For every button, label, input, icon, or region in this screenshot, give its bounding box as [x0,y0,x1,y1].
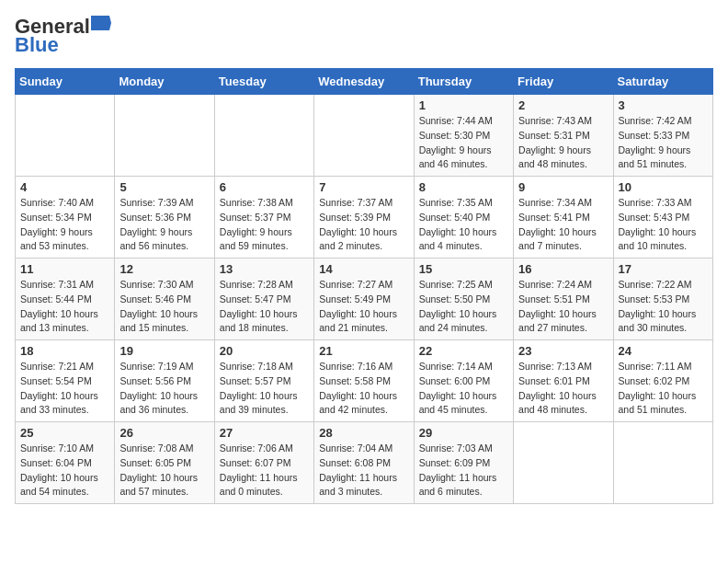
day-number: 5 [119,180,209,194]
day-info: Sunrise: 7:03 AM Sunset: 6:09 PM Dayligh… [419,442,508,500]
day-info: Sunrise: 7:44 AM Sunset: 5:30 PM Dayligh… [419,114,508,172]
day-number: 6 [220,180,309,194]
col-header-sunday: Sunday [16,69,115,95]
calendar-header-row: SundayMondayTuesdayWednesdayThursdayFrid… [16,69,713,95]
day-number: 15 [419,262,508,276]
day-info: Sunrise: 7:22 AM Sunset: 5:53 PM Dayligh… [619,278,708,336]
day-number: 29 [419,426,508,440]
col-header-saturday: Saturday [613,69,712,95]
day-info: Sunrise: 7:30 AM Sunset: 5:46 PM Dayligh… [119,278,209,336]
col-header-monday: Monday [115,69,214,95]
day-number: 23 [518,344,608,358]
svg-marker-0 [91,16,111,30]
day-info: Sunrise: 7:31 AM Sunset: 5:44 PM Dayligh… [20,278,109,336]
calendar-cell: 7Sunrise: 7:37 AM Sunset: 5:39 PM Daylig… [314,177,414,259]
calendar-cell: 15Sunrise: 7:25 AM Sunset: 5:50 PM Dayli… [414,259,513,340]
calendar-cell: 14Sunrise: 7:27 AM Sunset: 5:49 PM Dayli… [314,259,414,340]
day-number: 10 [619,180,708,194]
day-number: 17 [619,262,708,276]
day-number: 13 [220,262,309,276]
day-number: 3 [619,98,708,112]
day-info: Sunrise: 7:21 AM Sunset: 5:54 PM Dayligh… [20,360,109,418]
day-info: Sunrise: 7:13 AM Sunset: 6:01 PM Dayligh… [518,360,608,418]
day-info: Sunrise: 7:33 AM Sunset: 5:43 PM Dayligh… [619,196,708,254]
calendar-cell: 16Sunrise: 7:24 AM Sunset: 5:51 PM Dayli… [514,259,613,340]
calendar-cell: 26Sunrise: 7:08 AM Sunset: 6:05 PM Dayli… [115,422,214,504]
col-header-tuesday: Tuesday [214,69,313,95]
day-info: Sunrise: 7:24 AM Sunset: 5:51 PM Dayligh… [518,278,608,336]
col-header-thursday: Thursday [414,69,513,95]
day-info: Sunrise: 7:08 AM Sunset: 6:05 PM Dayligh… [119,442,209,500]
day-number: 26 [119,426,209,440]
day-info: Sunrise: 7:28 AM Sunset: 5:47 PM Dayligh… [220,278,309,336]
day-number: 18 [20,344,109,358]
calendar-cell: 4Sunrise: 7:40 AM Sunset: 5:34 PM Daylig… [16,177,115,259]
day-number: 19 [119,344,209,358]
day-number: 14 [319,262,408,276]
calendar-cell [115,95,214,177]
calendar-week-row: 18Sunrise: 7:21 AM Sunset: 5:54 PM Dayli… [16,340,713,422]
day-info: Sunrise: 7:10 AM Sunset: 6:04 PM Dayligh… [20,442,109,500]
logo-blue: Blue [15,33,59,57]
calendar-cell: 10Sunrise: 7:33 AM Sunset: 5:43 PM Dayli… [613,177,712,259]
calendar-week-row: 11Sunrise: 7:31 AM Sunset: 5:44 PM Dayli… [16,259,713,340]
day-info: Sunrise: 7:27 AM Sunset: 5:49 PM Dayligh… [319,278,408,336]
day-info: Sunrise: 7:40 AM Sunset: 5:34 PM Dayligh… [20,196,109,254]
calendar-cell: 27Sunrise: 7:06 AM Sunset: 6:07 PM Dayli… [214,422,313,504]
day-number: 2 [518,98,608,112]
day-info: Sunrise: 7:25 AM Sunset: 5:50 PM Dayligh… [419,278,508,336]
calendar-table: SundayMondayTuesdayWednesdayThursdayFrid… [15,68,713,504]
calendar-week-row: 1Sunrise: 7:44 AM Sunset: 5:30 PM Daylig… [16,95,713,177]
calendar-cell [314,95,414,177]
day-info: Sunrise: 7:43 AM Sunset: 5:31 PM Dayligh… [518,114,608,172]
calendar-cell [214,95,313,177]
calendar-cell: 22Sunrise: 7:14 AM Sunset: 6:00 PM Dayli… [414,340,513,422]
day-number: 25 [20,426,109,440]
day-number: 27 [220,426,309,440]
logo-flag-icon [91,16,111,30]
day-info: Sunrise: 7:38 AM Sunset: 5:37 PM Dayligh… [220,196,309,254]
day-number: 16 [518,262,608,276]
calendar-cell: 8Sunrise: 7:35 AM Sunset: 5:40 PM Daylig… [414,177,513,259]
calendar-week-row: 4Sunrise: 7:40 AM Sunset: 5:34 PM Daylig… [16,177,713,259]
calendar-cell: 2Sunrise: 7:43 AM Sunset: 5:31 PM Daylig… [514,95,613,177]
calendar-week-row: 25Sunrise: 7:10 AM Sunset: 6:04 PM Dayli… [16,422,713,504]
calendar-cell: 19Sunrise: 7:19 AM Sunset: 5:56 PM Dayli… [115,340,214,422]
day-info: Sunrise: 7:14 AM Sunset: 6:00 PM Dayligh… [419,360,508,418]
day-info: Sunrise: 7:16 AM Sunset: 5:58 PM Dayligh… [319,360,408,418]
day-number: 12 [119,262,209,276]
calendar-cell: 1Sunrise: 7:44 AM Sunset: 5:30 PM Daylig… [414,95,513,177]
calendar-cell: 9Sunrise: 7:34 AM Sunset: 5:41 PM Daylig… [514,177,613,259]
day-info: Sunrise: 7:18 AM Sunset: 5:57 PM Dayligh… [220,360,309,418]
day-info: Sunrise: 7:11 AM Sunset: 6:02 PM Dayligh… [619,360,708,418]
day-info: Sunrise: 7:34 AM Sunset: 5:41 PM Dayligh… [518,196,608,254]
day-number: 20 [220,344,309,358]
calendar-cell: 3Sunrise: 7:42 AM Sunset: 5:33 PM Daylig… [613,95,712,177]
day-number: 24 [619,344,708,358]
day-info: Sunrise: 7:19 AM Sunset: 5:56 PM Dayligh… [119,360,209,418]
day-number: 28 [319,426,408,440]
calendar-cell: 6Sunrise: 7:38 AM Sunset: 5:37 PM Daylig… [214,177,313,259]
calendar-cell: 29Sunrise: 7:03 AM Sunset: 6:09 PM Dayli… [414,422,513,504]
col-header-wednesday: Wednesday [314,69,414,95]
calendar-cell: 24Sunrise: 7:11 AM Sunset: 6:02 PM Dayli… [613,340,712,422]
col-header-friday: Friday [514,69,613,95]
calendar-cell: 5Sunrise: 7:39 AM Sunset: 5:36 PM Daylig… [115,177,214,259]
day-number: 22 [419,344,508,358]
day-info: Sunrise: 7:04 AM Sunset: 6:08 PM Dayligh… [319,442,408,500]
calendar-cell: 17Sunrise: 7:22 AM Sunset: 5:53 PM Dayli… [613,259,712,340]
day-number: 21 [319,344,408,358]
day-number: 4 [20,180,109,194]
calendar-cell: 11Sunrise: 7:31 AM Sunset: 5:44 PM Dayli… [16,259,115,340]
calendar-cell: 13Sunrise: 7:28 AM Sunset: 5:47 PM Dayli… [214,259,313,340]
day-number: 9 [518,180,608,194]
calendar-cell [514,422,613,504]
day-number: 7 [319,180,408,194]
calendar-cell: 20Sunrise: 7:18 AM Sunset: 5:57 PM Dayli… [214,340,313,422]
day-info: Sunrise: 7:39 AM Sunset: 5:36 PM Dayligh… [119,196,209,254]
day-number: 11 [20,262,109,276]
calendar-cell [16,95,115,177]
day-info: Sunrise: 7:35 AM Sunset: 5:40 PM Dayligh… [419,196,508,254]
day-number: 8 [419,180,508,194]
calendar-body: 1Sunrise: 7:44 AM Sunset: 5:30 PM Daylig… [16,95,713,504]
